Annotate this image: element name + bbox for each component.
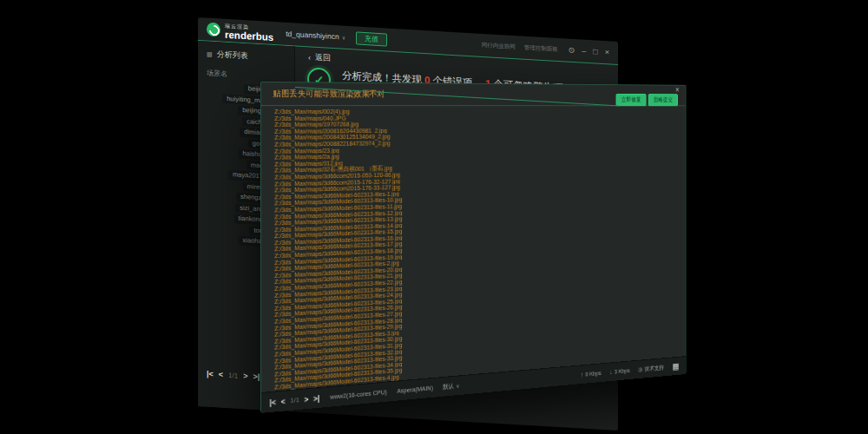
renderbus-logo: 瑞云渲染 renderbus bbox=[207, 21, 273, 41]
last-page-button[interactable]: >| bbox=[253, 372, 260, 381]
transfer-engine[interactable]: Aspera(MAIN) bbox=[397, 385, 433, 395]
prev-page-button[interactable]: < bbox=[281, 397, 286, 405]
sidebar-pagination: |< < 1/1 > >| bbox=[207, 370, 260, 382]
chevron-down-icon: ∨ bbox=[342, 34, 345, 40]
next-page-button[interactable]: > bbox=[243, 372, 247, 380]
recharge-button[interactable]: 充值 bbox=[356, 31, 387, 46]
render-env[interactable]: www2(16-cores CPU) bbox=[330, 388, 387, 401]
next-page-button[interactable]: > bbox=[304, 395, 308, 404]
header-divider bbox=[261, 105, 686, 106]
account-name: td_quanshiyincn bbox=[286, 30, 339, 42]
renderbus-logo-icon bbox=[207, 23, 220, 37]
warning-detail-window: × 贴图丢失可能导致渲染效果不对 立即修复 忽略提交 Z:/3ds_Max/ma… bbox=[260, 82, 686, 412]
prev-page-button[interactable]: < bbox=[219, 370, 223, 378]
download-icon: ↓ bbox=[610, 368, 613, 375]
list-pagination: |< < 1/1 > >| bbox=[270, 394, 320, 407]
back-icon: ‹ bbox=[308, 53, 311, 62]
first-page-button[interactable]: |< bbox=[270, 398, 276, 407]
brand-en: renderbus bbox=[225, 30, 273, 41]
account-dropdown[interactable]: td_quanshiyincn ∨ bbox=[286, 30, 345, 42]
sidebar-title: 分析列表 bbox=[217, 49, 248, 62]
upload-icon: ↑ bbox=[581, 371, 583, 378]
titlebar-link-2[interactable]: 管理控制面板 bbox=[524, 43, 558, 53]
line-selector[interactable]: 默认 ∨ bbox=[443, 381, 459, 391]
close-icon[interactable]: × bbox=[675, 86, 679, 95]
settings-icon[interactable]: ⊙ bbox=[569, 46, 575, 55]
qr-code-icon[interactable]: ▦ bbox=[673, 362, 680, 371]
minimize-button[interactable]: – bbox=[582, 47, 586, 56]
last-page-button[interactable]: >| bbox=[313, 394, 319, 403]
fix-now-button[interactable]: 立即修复 bbox=[616, 94, 647, 106]
first-page-button[interactable]: |< bbox=[207, 370, 214, 378]
menu-icon: ▤ bbox=[207, 50, 213, 57]
ignore-submit-button[interactable]: 忽略提交 bbox=[648, 94, 678, 106]
page-indicator: 1/1 bbox=[290, 396, 299, 404]
support-link[interactable]: ◎ 技术支持 bbox=[638, 364, 664, 373]
upload-speed: ↑ 0 Kbps bbox=[581, 370, 601, 378]
maximize-button[interactable]: □ bbox=[593, 47, 597, 56]
support-icon: ◎ bbox=[638, 365, 642, 372]
chevron-down-icon: ∨ bbox=[457, 383, 460, 389]
titlebar-link-1[interactable]: 同行内业协同 bbox=[482, 41, 516, 50]
close-button[interactable]: × bbox=[605, 48, 609, 56]
page-indicator: 1/1 bbox=[228, 372, 238, 380]
download-speed: ↓ 3 Kbps bbox=[610, 367, 630, 376]
scene: 瑞云渲染 renderbus td_quanshiyincn ∨ 充值 同行内业… bbox=[0, 0, 868, 434]
missing-texture-list: Z:/3ds_Max/maps/002(4).jpg Z:/3ds_Max/ma… bbox=[274, 108, 681, 391]
